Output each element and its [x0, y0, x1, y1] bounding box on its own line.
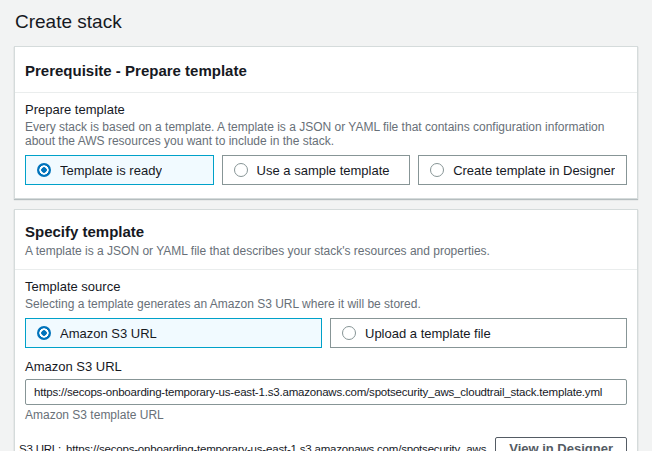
- amazon-s3-url-input[interactable]: [25, 379, 627, 405]
- create-stack-page: Create stack Prerequisite - Prepare temp…: [0, 0, 652, 451]
- prerequisite-card-header: Prerequisite - Prepare template: [15, 47, 637, 93]
- amazon-s3-url-hint: Amazon S3 template URL: [25, 409, 627, 422]
- radio-unselected-icon: [342, 326, 356, 340]
- prerequisite-card-title: Prerequisite - Prepare template: [25, 61, 627, 80]
- radio-selected-icon: [37, 326, 51, 340]
- template-source-options: Amazon S3 URL Upload a template file: [25, 318, 627, 348]
- prepare-template-label: Prepare template: [25, 102, 627, 118]
- prepare-template-description: Every stack is based on a template. A te…: [25, 120, 627, 148]
- view-in-designer-button[interactable]: View in Designer: [495, 437, 627, 451]
- option-use-sample-template[interactable]: Use a sample template: [222, 155, 411, 185]
- option-label: Use a sample template: [257, 163, 390, 178]
- s3-url-prefix: S3 URL:: [19, 443, 61, 451]
- radio-unselected-icon: [234, 163, 248, 177]
- option-create-template-in-designer[interactable]: Create template in Designer: [418, 155, 627, 185]
- specify-template-card-header: Specify template A template is a JSON or…: [15, 210, 637, 270]
- option-upload-template-file[interactable]: Upload a template file: [330, 318, 627, 348]
- option-label: Template is ready: [60, 163, 162, 178]
- s3-url-summary-row: S3 URL:https://secops-onboarding-tempora…: [19, 437, 627, 451]
- specify-template-card: Specify template A template is a JSON or…: [14, 209, 638, 451]
- specify-template-description: A template is a JSON or YAML file that d…: [25, 244, 627, 258]
- option-template-is-ready[interactable]: Template is ready: [25, 155, 214, 185]
- option-label: Amazon S3 URL: [60, 326, 157, 341]
- radio-unselected-icon: [430, 163, 444, 177]
- template-source-label: Template source: [25, 279, 627, 295]
- option-amazon-s3-url[interactable]: Amazon S3 URL: [25, 318, 322, 348]
- option-label: Upload a template file: [365, 326, 491, 341]
- s3-url-value: https://secops-onboarding-temporary-us-e…: [66, 443, 487, 451]
- page-title: Create stack: [14, 0, 638, 46]
- prepare-template-options: Template is ready Use a sample template …: [25, 155, 627, 185]
- prerequisite-card-body: Prepare template Every stack is based on…: [15, 93, 637, 198]
- amazon-s3-url-label: Amazon S3 URL: [25, 359, 627, 375]
- template-source-description: Selecting a template generates an Amazon…: [25, 297, 627, 311]
- specify-template-card-body: Template source Selecting a template gen…: [15, 270, 637, 451]
- radio-selected-icon: [37, 163, 51, 177]
- option-label: Create template in Designer: [453, 163, 615, 178]
- s3-url-summary: S3 URL:https://secops-onboarding-tempora…: [19, 443, 487, 451]
- prerequisite-card: Prerequisite - Prepare template Prepare …: [14, 46, 638, 199]
- specify-template-title: Specify template: [25, 222, 627, 241]
